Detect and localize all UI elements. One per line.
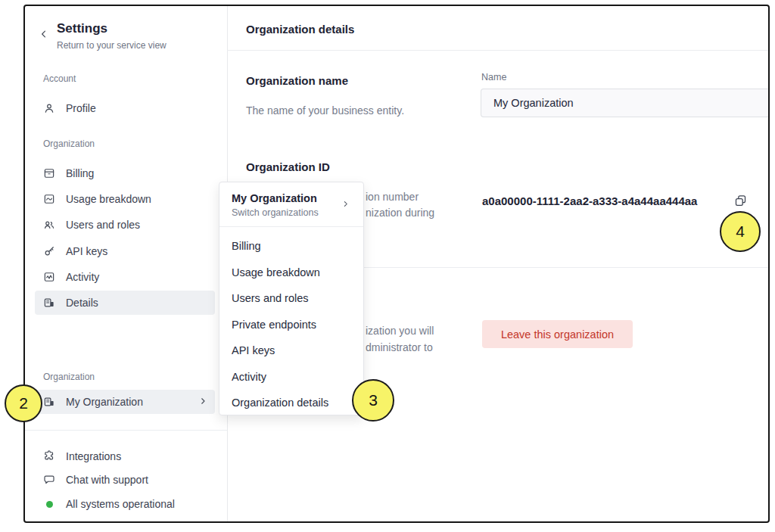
- settings-title[interactable]: Settings: [57, 21, 107, 36]
- menu-org-subtitle: Switch organizations: [232, 207, 351, 218]
- organization-name-input[interactable]: [481, 89, 768, 117]
- menu-org-header[interactable]: My Organization Switch organizations: [219, 182, 363, 226]
- sidebar-item-users-roles[interactable]: Users and roles: [35, 213, 215, 237]
- users-icon: [42, 218, 56, 232]
- sidebar-item-label: My Organization: [66, 396, 143, 408]
- organization-icon: [42, 296, 56, 310]
- annotation-badge-4: 4: [720, 211, 761, 252]
- sidebar-item-label: All systems operational: [66, 498, 175, 510]
- sidebar-item-api-keys[interactable]: API keys: [35, 239, 215, 263]
- sidebar-item-label: Profile: [66, 102, 96, 114]
- chevron-right-icon: [198, 396, 207, 408]
- sidebar-item-billing[interactable]: Billing: [35, 161, 215, 185]
- org-id-description-fragment: nization during: [366, 207, 434, 219]
- menu-item-users-roles[interactable]: Users and roles: [219, 285, 363, 312]
- leave-description-fragment: dministrator to: [366, 341, 433, 353]
- sidebar-item-label: Integrations: [66, 450, 121, 462]
- org-name-description: The name of your business entity.: [246, 104, 404, 117]
- app-window: Settings Return to your service view Acc…: [23, 5, 770, 523]
- return-link[interactable]: Return to your service view: [57, 40, 167, 51]
- profile-icon: [42, 101, 56, 115]
- menu-item-private-endpoints[interactable]: Private endpoints: [219, 312, 363, 338]
- activity-icon: [42, 270, 56, 284]
- sidebar-item-profile[interactable]: Profile: [35, 96, 215, 120]
- header-divider: [227, 50, 768, 51]
- org-id-title: Organization ID: [246, 160, 330, 173]
- sidebar-item-usage-breakdown[interactable]: Usage breakdown: [35, 187, 215, 211]
- sidebar-item-label: Chat with support: [66, 474, 148, 486]
- name-field-label: Name: [481, 72, 506, 82]
- sidebar-item-label: Users and roles: [66, 219, 140, 231]
- sidebar-item-my-organization[interactable]: My Organization: [35, 390, 215, 414]
- sidebar-item-status[interactable]: All systems operational: [35, 493, 215, 515]
- status-dot: [42, 497, 56, 511]
- leave-description-fragment: ization you will: [366, 325, 434, 337]
- sidebar-item-label: Billing: [66, 167, 94, 179]
- menu-item-usage-breakdown[interactable]: Usage breakdown: [219, 260, 363, 286]
- annotation-badge-3: 3: [352, 379, 394, 422]
- sidebar-divider: [25, 430, 227, 431]
- annotation-badge-2: 2: [5, 384, 42, 422]
- leave-organization-button[interactable]: Leave this organization: [482, 320, 633, 348]
- org-name-title: Organization name: [246, 74, 348, 87]
- organization-section-label-2: Organization: [43, 372, 95, 382]
- sidebar-item-label: Details: [66, 297, 98, 309]
- menu-item-organization-details[interactable]: Organization details: [219, 390, 363, 416]
- sidebar-item-chat-support[interactable]: Chat with support: [35, 469, 215, 490]
- copy-icon[interactable]: [731, 191, 749, 210]
- menu-item-api-keys[interactable]: API keys: [219, 338, 363, 364]
- page-title: Organization details: [246, 23, 354, 36]
- organization-section-label: Organization: [43, 138, 95, 149]
- sidebar-item-details[interactable]: Details: [35, 291, 215, 315]
- org-id-description-fragment: ion number: [366, 191, 419, 203]
- key-icon: [42, 244, 56, 258]
- menu-item-billing[interactable]: Billing: [219, 233, 363, 260]
- sidebar-item-label: Usage breakdown: [66, 193, 151, 205]
- organization-switcher-menu: My Organization Switch organizations Bil…: [219, 182, 364, 415]
- chevron-right-icon: [341, 198, 350, 211]
- usage-icon: [42, 192, 56, 206]
- menu-item-activity[interactable]: Activity: [219, 364, 363, 390]
- puzzle-icon: [42, 450, 56, 463]
- organization-icon: [42, 395, 56, 409]
- sidebar-item-activity[interactable]: Activity: [35, 265, 215, 289]
- sidebar-item-integrations[interactable]: Integrations: [35, 446, 215, 467]
- sidebar-item-label: API keys: [66, 245, 107, 257]
- account-section-label: Account: [43, 73, 76, 84]
- chat-icon: [42, 473, 56, 487]
- sidebar-item-label: Activity: [66, 271, 99, 283]
- back-chevron-icon[interactable]: [39, 29, 49, 39]
- organization-id-value: a0a00000-1111-2aa2-a333-a4a44aa444aa: [482, 194, 697, 207]
- menu-org-name: My Organization: [232, 192, 351, 204]
- billing-icon: [42, 166, 56, 180]
